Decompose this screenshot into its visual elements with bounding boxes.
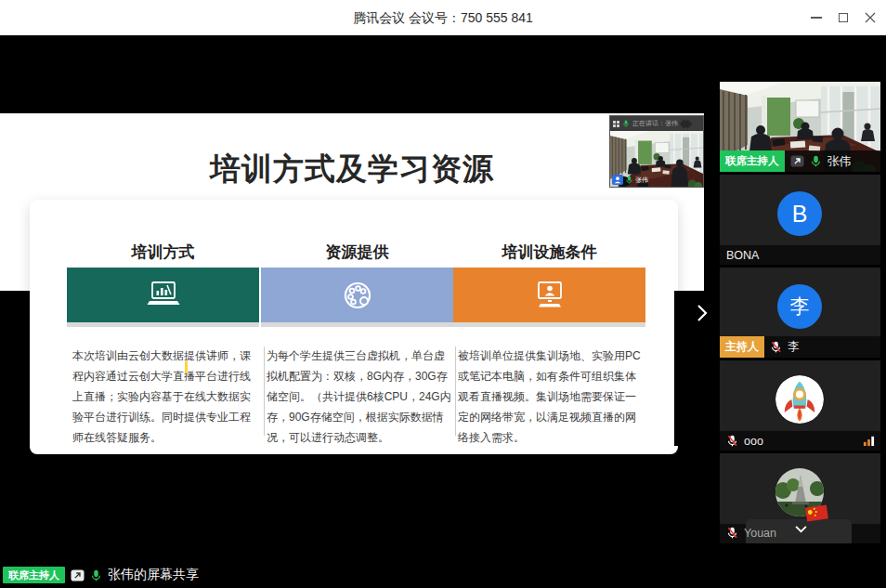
participant-nameplate: 主持人 李 bbox=[720, 336, 880, 358]
mic-muted-icon bbox=[726, 527, 738, 539]
presentation-screen-icon bbox=[146, 281, 181, 310]
participant-tile-ooo[interactable]: ooo bbox=[720, 360, 880, 451]
column-header-1: 培训方式 bbox=[67, 242, 259, 263]
column-body-3: 被培训单位提供集训场地、实验用PC 或笔记本电脑，如有条件可组织集体 观看直播视… bbox=[458, 346, 641, 448]
cohost-badge: 联席主持人 bbox=[720, 150, 785, 172]
chevron-down-icon[interactable] bbox=[794, 520, 808, 537]
participant-nameplate: BONA bbox=[720, 245, 880, 265]
floating-video-header: 正在讲话：张伟 bbox=[610, 116, 703, 131]
mic-muted-icon bbox=[770, 341, 782, 353]
host-badge: 主持人 bbox=[720, 336, 764, 358]
participant-name: BONA bbox=[726, 249, 759, 262]
window-titlebar: 腾讯会议 会议号：750 555 841 bbox=[0, 0, 886, 35]
avatar: B bbox=[777, 191, 822, 236]
close-icon bbox=[865, 12, 876, 23]
column-block-3 bbox=[453, 268, 645, 322]
participant-name: 张伟 bbox=[827, 153, 852, 170]
member-icon bbox=[612, 175, 623, 185]
window-controls bbox=[802, 0, 883, 35]
participant-name: 李 bbox=[788, 339, 800, 355]
cohost-badge: 联席主持人 bbox=[3, 567, 65, 583]
participant-name: ooo bbox=[744, 435, 763, 448]
column-block-2 bbox=[261, 268, 453, 322]
participant-tile-li[interactable]: 李 主持人 李 bbox=[720, 268, 880, 358]
mic-on-icon bbox=[810, 155, 822, 167]
participant-name: Youan bbox=[744, 527, 776, 540]
column-body-2: 为每个学生提供三台虚拟机，单台虚 拟机配置为：双核，8G内存，30G存 储空间。… bbox=[267, 346, 451, 448]
mic-on-icon bbox=[625, 176, 633, 184]
participant-nameplate: ooo bbox=[720, 431, 880, 451]
screen-share-icon bbox=[71, 568, 85, 582]
block-shadow-2 bbox=[261, 322, 453, 327]
slide-title: 培训方式及学习资源 bbox=[0, 149, 704, 190]
column-header-3: 培训设施条件 bbox=[453, 242, 645, 263]
floating-video-window[interactable]: 正在讲话：张伟 张伟 bbox=[609, 115, 704, 188]
next-slide-panel[interactable] bbox=[674, 291, 712, 446]
close-button[interactable] bbox=[856, 0, 883, 35]
column-body-1: 本次培训由云创大数据提供讲师，课 程内容通过云创大学直播平台进行线 上直播；实验… bbox=[72, 346, 251, 448]
participant-tile-zhangwei[interactable]: 联席主持人 张伟 bbox=[720, 82, 880, 172]
maximize-button[interactable] bbox=[829, 0, 856, 35]
share-banner-text: 张伟的屏幕共享 bbox=[108, 567, 199, 583]
column-divider-1 bbox=[264, 346, 265, 436]
participant-tile-youan[interactable]: Youan bbox=[720, 453, 880, 543]
avatar bbox=[775, 375, 824, 424]
rocket-avatar bbox=[775, 375, 824, 424]
text-cursor bbox=[185, 361, 188, 373]
block-shadow-1 bbox=[67, 322, 259, 327]
column-divider-2 bbox=[455, 346, 456, 436]
next-arrow-icon[interactable] bbox=[697, 304, 708, 322]
palette-icon bbox=[341, 279, 374, 312]
mic-muted-icon bbox=[726, 435, 738, 447]
floating-video-overlay: 张伟 bbox=[612, 175, 648, 185]
mic-on-icon bbox=[90, 569, 102, 581]
grid-icon bbox=[613, 121, 619, 127]
floating-video-frame: 张伟 bbox=[610, 131, 703, 187]
block-shadow-3 bbox=[453, 322, 645, 327]
network-signal-icon bbox=[863, 435, 875, 447]
minimize-button[interactable] bbox=[802, 0, 829, 35]
maximize-icon bbox=[839, 13, 848, 22]
share-banner: 联席主持人 张伟的屏幕共享 bbox=[3, 566, 199, 584]
participant-tile-bona[interactable]: B BONA bbox=[720, 175, 880, 265]
mic-on-icon bbox=[622, 120, 630, 127]
avatar: 李 bbox=[777, 284, 822, 329]
floating-video-title: 正在讲话：张伟 bbox=[632, 119, 678, 128]
logo-watermark-icon bbox=[684, 121, 691, 127]
flag-icon bbox=[805, 504, 828, 521]
window-title: 腾讯会议 会议号：750 555 841 bbox=[0, 0, 886, 35]
trainee-monitor-icon bbox=[533, 281, 567, 310]
participant-nameplate: 联席主持人 张伟 bbox=[720, 150, 880, 172]
minimize-icon bbox=[811, 17, 822, 19]
screen-share-icon bbox=[790, 154, 804, 168]
slide-card: 培训方式 资源提供 培训设施条件 bbox=[30, 200, 678, 454]
column-header-2: 资源提供 bbox=[261, 242, 453, 263]
floating-video-name: 张伟 bbox=[635, 176, 648, 185]
column-block-1 bbox=[67, 268, 259, 322]
